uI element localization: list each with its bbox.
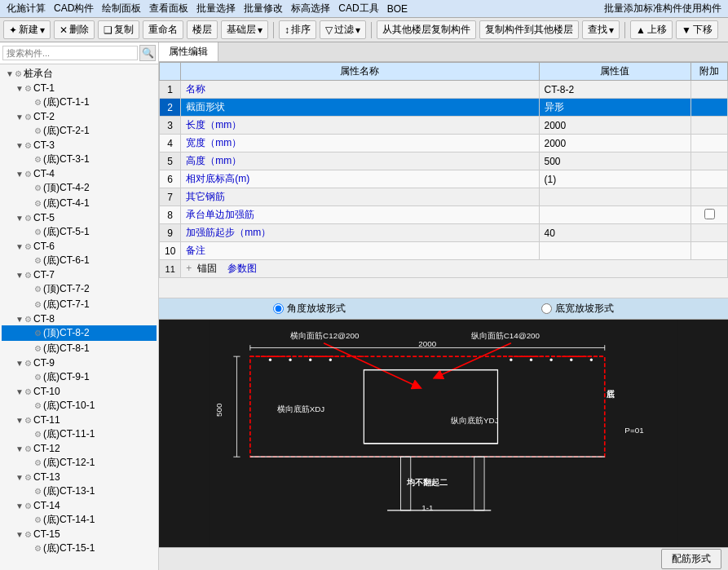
tab-props-edit[interactable]: 属性编辑 (159, 42, 218, 61)
prop-expand-11[interactable]: + 锚固 参数图 (181, 260, 728, 278)
move-up-button[interactable]: ▲ 上移 (630, 20, 673, 39)
tab-stdcomp[interactable]: 批量添加标准构件使用构件 (601, 2, 725, 15)
tab-batch-modify[interactable]: 批量修改 (240, 2, 286, 15)
copy-from-floor-button[interactable]: 从其他楼层复制构件 (377, 20, 476, 39)
tree-toggle-ct12[interactable]: ▼ (15, 444, 24, 453)
tree-item-ct2[interactable]: ▼ ⚙ CT-2 (2, 110, 157, 123)
tree-item-ct7-2[interactable]: ⚙ (顶)CT-7-2 (2, 281, 157, 297)
tree-toggle-ct7[interactable]: ▼ (15, 271, 24, 280)
tree-label-ct8: CT-8 (33, 313, 55, 325)
tree-item-ct8[interactable]: ▼ ⚙ CT-8 (2, 312, 157, 325)
tree-item-ct4-1[interactable]: ⚙ (底)CT-4-1 (2, 196, 157, 211)
tab-cad[interactable]: CAD构件 (51, 2, 97, 15)
tab-draw[interactable]: 绘制面板 (99, 2, 144, 15)
tree-item-ct7-1[interactable]: ⚙ (底)CT-7-1 (2, 297, 157, 312)
tree-toggle-ct14[interactable]: ▼ (15, 502, 24, 510)
search-input[interactable] (2, 46, 138, 60)
radio-label-1[interactable]: 角度放坡形式 (273, 302, 346, 316)
tree-container[interactable]: ▼ ⚙ 桩承台 ▼ ⚙ CT-1 ⚙ (底)CT-1-1 ▼ ⚙ (0, 64, 158, 570)
tree-item-ct13[interactable]: ▼ ⚙ CT-13 (2, 471, 157, 484)
tree-item-ct15[interactable]: ▼ ⚙ CT-15 (2, 528, 157, 541)
tree-toggle-ct15[interactable]: ▼ (15, 530, 24, 539)
tree-toggle-ct13[interactable]: ▼ (15, 473, 24, 482)
tree-toggle-ct2[interactable]: ▼ (15, 113, 24, 122)
tree-toggle-ct6[interactable]: ▼ (15, 242, 24, 251)
tree-item-ct8-2[interactable]: ⚙ (顶)CT-8-2 (2, 325, 157, 341)
tab-batch-select[interactable]: 批量选择 (193, 2, 239, 15)
sort-button[interactable]: ↕ 排序 (279, 20, 316, 39)
prop-value-9[interactable]: 40 (539, 224, 691, 242)
tree-item-ct11-1[interactable]: ⚙ (底)CT-11-1 (2, 426, 157, 442)
tab-view[interactable]: 查看面板 (146, 2, 192, 15)
tree-item-ct9[interactable]: ▼ ⚙ CT-9 (2, 356, 157, 369)
tree-item-ct8-1[interactable]: ⚙ (底)CT-8-1 (2, 341, 157, 356)
tree-toggle-ct11[interactable]: ▼ (15, 416, 24, 425)
tab-cadtool[interactable]: CAD工具 (335, 2, 382, 15)
rename-button[interactable]: 重命名 (143, 20, 183, 39)
tree-toggle-ct8[interactable]: ▼ (15, 315, 24, 324)
tree-item-ct7[interactable]: ▼ ⚙ CT-7 (2, 268, 157, 281)
move-down-button[interactable]: ▼ 下移 (676, 20, 718, 39)
tree-item-ct4-2[interactable]: ⚙ (顶)CT-4-2 (2, 180, 157, 196)
tab-huashi[interactable]: 化施计算 (3, 2, 49, 15)
tree-item-ct12[interactable]: ▼ ⚙ CT-12 (2, 442, 157, 455)
prop-value-3[interactable]: 2000 (539, 117, 691, 135)
radio-width[interactable] (541, 303, 552, 314)
search-button[interactable]: 🔍 (139, 45, 156, 61)
tab-floor[interactable]: 标高选择 (288, 2, 333, 15)
tree-item-ct14-1[interactable]: ⚙ (底)CT-14-1 (2, 512, 157, 528)
tree-toggle-ct5[interactable]: ▼ (15, 214, 24, 223)
config-button[interactable]: 配筋形式 (661, 549, 721, 569)
base-floor-button[interactable]: 基础层 ▾ (221, 20, 268, 39)
tree-item-ct10-1[interactable]: ⚙ (底)CT-10-1 (2, 398, 157, 413)
prop-value-8[interactable] (539, 206, 691, 224)
tree-item-ct9-1[interactable]: ⚙ (底)CT-9-1 (2, 369, 157, 385)
prop-name-7[interactable]: 其它钢筋 (181, 188, 539, 206)
tree-toggle-ct10[interactable]: ▼ (15, 387, 24, 396)
tree-toggle-ct9[interactable]: ▼ (15, 359, 24, 368)
filter-button[interactable]: ▽ 过滤 ▾ (320, 20, 366, 39)
tree-item-ct12-1[interactable]: ⚙ (底)CT-12-1 (2, 455, 157, 471)
prop-value-4[interactable]: 2000 (539, 135, 691, 152)
prop-value-2[interactable]: 异形 (539, 99, 691, 117)
delete-button[interactable]: ✕ 删除 (54, 20, 95, 39)
tree-label-ct1-1: (底)CT-1-1 (43, 95, 90, 109)
new-button[interactable]: ✦ 新建 ▾ (3, 20, 51, 39)
copy-to-floor-button[interactable]: 复制构件到其他楼层 (479, 20, 579, 39)
radio-angle[interactable] (273, 303, 284, 314)
prop-check-8[interactable] (691, 206, 728, 224)
tree-item-ct10[interactable]: ▼ ⚙ CT-10 (2, 385, 157, 398)
find-button[interactable]: 查找 ▾ (582, 20, 620, 39)
tree-item-ct3-1[interactable]: ⚙ (底)CT-3-1 (2, 152, 157, 167)
prop-value-6[interactable]: (1) (539, 170, 691, 188)
tree-toggle-ct3[interactable]: ▼ (15, 141, 24, 150)
tree-item-ct1-1[interactable]: ⚙ (底)CT-1-1 (2, 95, 157, 110)
tree-item-ct5[interactable]: ▼ ⚙ CT-5 (2, 211, 157, 224)
tree-toggle-root[interactable]: ▼ (5, 69, 15, 78)
props-table-container[interactable]: 属性名称 属性值 附加 1 名称 CT-8-2 2 截面形状 (159, 62, 728, 298)
tree-item-ct2-1[interactable]: ⚙ (底)CT-2-1 (2, 123, 157, 139)
tree-root[interactable]: ▼ ⚙ 桩承台 (2, 66, 157, 82)
tree-toggle-ct4[interactable]: ▼ (15, 170, 24, 179)
tree-item-ct11[interactable]: ▼ ⚙ CT-11 (2, 413, 157, 426)
tree-toggle-ct1[interactable]: ▼ (15, 84, 24, 93)
tab-boe[interactable]: BOE (384, 3, 411, 15)
copy-button[interactable]: ❑ 复制 (98, 20, 139, 39)
col-header-value: 属性值 (539, 63, 691, 81)
tree-item-ct6[interactable]: ▼ ⚙ CT-6 (2, 240, 157, 253)
tree-item-ct13-1[interactable]: ⚙ (底)CT-13-1 (2, 484, 157, 499)
prop-value-10[interactable] (539, 242, 691, 260)
floor-button[interactable]: 楼层 (187, 20, 218, 39)
tree-item-ct14[interactable]: ▼ ⚙ CT-14 (2, 499, 157, 512)
tree-item-ct3[interactable]: ▼ ⚙ CT-3 (2, 139, 157, 152)
tree-item-ct15-1[interactable]: ⚙ (底)CT-15-1 (2, 541, 157, 556)
radio-label-2[interactable]: 底宽放坡形式 (541, 302, 614, 316)
prop-value-7[interactable] (539, 188, 691, 206)
tree-item-ct1[interactable]: ▼ ⚙ CT-1 (2, 82, 157, 95)
prop-value-1[interactable]: CT-8-2 (539, 81, 691, 99)
tree-item-ct5-1[interactable]: ⚙ (底)CT-5-1 (2, 224, 157, 240)
prop-name-2[interactable]: 截面形状 (181, 99, 539, 117)
tree-item-ct6-1[interactable]: ⚙ (底)CT-6-1 (2, 253, 157, 268)
tree-item-ct4[interactable]: ▼ ⚙ CT-4 (2, 167, 157, 180)
prop-value-5[interactable]: 500 (539, 152, 691, 170)
